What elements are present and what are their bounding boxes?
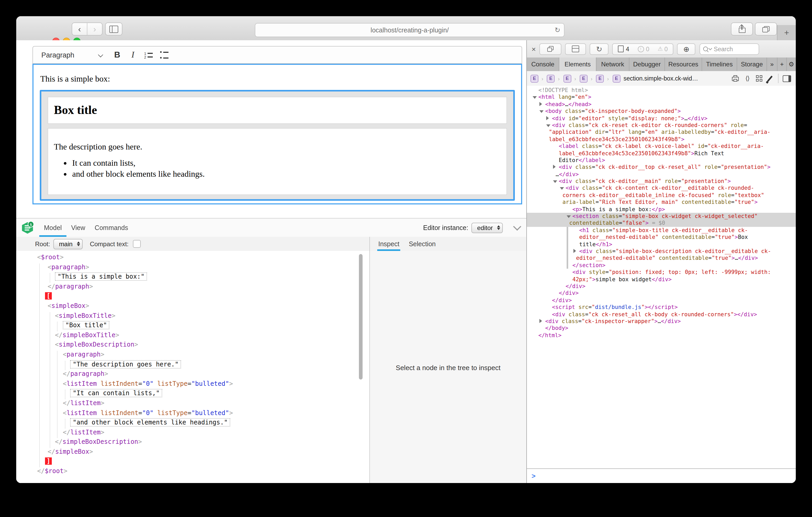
tab-timelines[interactable]: Timelines [702,58,737,71]
rich-text-editor[interactable]: This is a simple box: Box title The desc… [32,64,522,204]
numbered-list-button[interactable]: 1 2 [141,50,156,60]
disclosure-open-icon[interactable] [532,96,537,99]
model-tree-line[interactable]: ] [16,458,369,467]
add-tab-button[interactable]: + [778,58,787,71]
dom-tree-line[interactable]: "application" dir="ltr" lang="en" aria-l… [527,129,796,136]
dom-tree-line[interactable]: <section class="simple-box ck-widget ck-… [527,213,796,220]
tab-elements[interactable]: Elements [559,58,597,71]
dom-tree-line[interactable]: aria-label="Rich Text Editor, main" cont… [527,199,796,206]
dom-tree-line[interactable]: <div class="ck ck-editor__top ck-reset_a… [527,164,796,171]
dom-tree-line[interactable]: <div id="editor" style="display: none;">… [527,115,796,122]
bold-button[interactable]: B [109,50,125,60]
forward-button[interactable]: › [87,23,102,35]
intro-paragraph[interactable]: This is a simple box: [40,74,521,84]
element-picker-button[interactable]: ⊕ [677,43,696,55]
dom-tree-line[interactable]: …</div> [527,171,796,178]
share-button[interactable] [731,23,753,35]
model-tree-line[interactable]: <$root> [16,253,369,263]
dom-tree-line[interactable]: editor__nested-editable" contenteditable… [527,255,796,262]
model-tree-line[interactable]: "and other block elements like headings.… [16,419,369,428]
sidebar-button[interactable] [105,23,122,35]
element-badge-icon[interactable]: E [612,74,620,82]
disclosure-open-icon[interactable] [546,124,550,127]
disclosure-open-icon[interactable] [560,187,564,190]
root-select[interactable]: main [53,239,82,249]
more-tabs-button[interactable]: » [767,58,778,71]
element-badge-icon[interactable]: E [530,74,539,82]
dom-tree-line[interactable]: <div class="ck ck-reset_all ck-body ck-r… [527,311,796,318]
dom-tree-line[interactable]: <!DOCTYPE html> [527,87,796,94]
dom-tree-line[interactable]: </div> [527,283,796,290]
dom-tree-line[interactable]: <div style="position: fixed; top: 0px; l… [527,269,796,276]
dom-tree-line[interactable]: </section> [527,262,796,269]
tab-view[interactable]: View [66,219,90,237]
element-badge-icon[interactable]: E [563,74,571,82]
disclosure-open-icon[interactable] [567,215,571,218]
model-tree-line[interactable]: </$root> [16,467,369,477]
model-tree-line[interactable]: </listItem> [16,399,369,409]
compact-text-checkbox[interactable] [133,240,141,248]
detach-inspector-button[interactable] [540,43,561,55]
list-item[interactable]: It can contain lists, [72,158,506,168]
dom-tree-line[interactable]: <div class="ck ck-content ck-editor__edi… [527,185,796,192]
editor-instance-select[interactable]: editor [471,222,503,233]
tab-commands[interactable]: Commands [90,219,133,237]
model-tree-line[interactable]: <listItem listIndent="0" listType="bulle… [16,380,369,390]
breadcrumb-current[interactable]: section.simple-box.ck-wid… [624,75,698,82]
model-tree-line[interactable]: <paragraph> [16,263,369,273]
tab-console[interactable]: Console [527,58,559,71]
disclosure-closed-icon[interactable] [553,165,556,169]
model-tree-line[interactable]: </listItem> [16,428,369,438]
resource-status-button[interactable]: 4 ! 0 ⚠ 0 [612,43,673,55]
model-tree-scrollbar[interactable] [359,254,362,379]
print-styles-icon[interactable] [732,75,738,82]
element-badge-icon[interactable]: E [580,74,587,82]
model-tree-line[interactable]: <simpleBoxDescription> [16,341,369,351]
model-tree-line[interactable]: </simpleBoxDescription> [16,438,369,448]
dom-tree-line[interactable]: </html> [527,332,796,339]
layout-grid-icon[interactable] [756,75,762,82]
tab-debugger[interactable]: Debugger [630,58,665,71]
close-inspector-button[interactable]: × [531,45,536,53]
address-bar[interactable]: localhost/creating-a-plugin/ ↻ [255,23,564,37]
new-tab-button[interactable]: + [777,25,796,40]
disclosure-open-icon[interactable] [540,110,544,113]
model-tree-line[interactable]: "This is a simple box:" [16,273,369,282]
model-tree-line[interactable]: <simpleBox> [16,302,369,312]
tab-resources[interactable]: Resources [665,58,702,71]
dom-tree-line[interactable]: <div class="ck ck-reset ck-editor ck-rou… [527,122,796,129]
collapse-inspector-icon[interactable] [513,222,521,231]
dom-tree-line[interactable]: </body> [527,325,796,332]
tab-overview-button[interactable] [755,23,777,35]
model-tree-line[interactable]: <simpleBoxTitle> [16,312,369,322]
reload-page-button[interactable]: ↻ [590,43,608,55]
reload-icon[interactable]: ↻ [555,26,560,34]
dom-tree-line[interactable]: <script src="dist/bundle.js"></script> [527,304,796,311]
model-tree-line[interactable]: "Box title" [16,322,369,331]
tab-storage[interactable]: Storage [737,58,767,71]
bulleted-list-button[interactable] [156,50,172,60]
disclosure-closed-icon[interactable] [540,102,542,106]
disclosure-closed-icon[interactable] [546,116,549,120]
dom-tree-line[interactable]: <label class="ck ck-label ck-voice-label… [527,143,796,150]
dock-inspector-button[interactable] [565,43,586,55]
model-tree-line[interactable]: </simpleBoxTitle> [16,331,369,341]
dom-tree-line[interactable]: <h1 class="simple-box-title ck-editor__e… [527,227,796,234]
dom-tree-line[interactable]: label_e63cbbfece34c53ce23501062343f49b8"… [527,150,796,157]
model-tree-line[interactable]: <paragraph> [16,351,369,360]
model-tree-line[interactable]: "The description goes here." [16,360,369,370]
tab-network[interactable]: Network [597,58,630,71]
tab-model[interactable]: Model [39,219,66,237]
dom-tree-line[interactable]: label_e63cbbfece34c53ce23501062343f49b8"… [527,136,796,143]
disclosure-open-icon[interactable] [553,180,557,183]
list-item[interactable]: and other block elements like headings. [72,170,506,179]
simple-box-title[interactable]: Box title [48,97,507,124]
italic-button[interactable]: I [125,50,141,60]
back-button[interactable]: ‹ [72,23,87,35]
disclosure-closed-icon[interactable] [540,319,542,323]
dom-tree-line[interactable]: <html lang="en"> [527,94,796,101]
inspector-search-field[interactable]: Search [700,43,759,55]
tab-selection[interactable]: Selection [408,237,437,251]
dom-tree-line[interactable]: title</h1> [527,241,796,248]
disclosure-closed-icon[interactable] [573,249,576,253]
